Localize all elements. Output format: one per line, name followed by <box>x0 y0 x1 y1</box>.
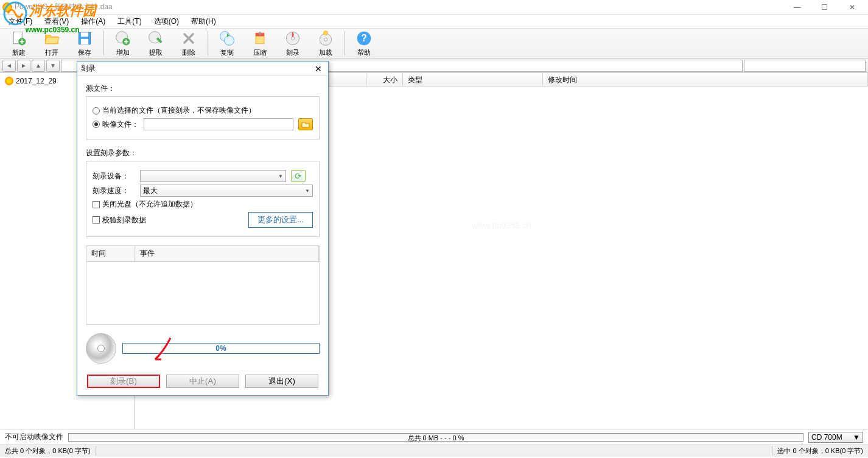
nav-forward-button[interactable]: ► <box>17 60 30 72</box>
svg-rect-4 <box>81 32 88 37</box>
checkbox-icon <box>93 216 100 224</box>
new-button[interactable]: 新建 <box>4 29 34 58</box>
search-input[interactable] <box>744 60 866 72</box>
chevron-down-icon: ▼ <box>278 174 283 179</box>
mount-icon <box>317 30 334 47</box>
svg-rect-5 <box>81 38 88 44</box>
status-left: 总共 0 个对象，0 KB(0 字节) <box>0 446 96 456</box>
device-combo[interactable]: ▼ <box>140 170 286 182</box>
delete-button[interactable]: 删除 <box>173 29 204 58</box>
progress-text: 0% <box>123 344 319 353</box>
nav-up-button[interactable]: ▲ <box>32 60 45 72</box>
log-col-time[interactable]: 时间 <box>86 246 135 261</box>
menu-view[interactable]: 查看(V) <box>38 15 75 28</box>
capacity-text: 总共 0 MB - - - 0 % <box>69 434 803 443</box>
faint-watermark: www.pc0359.cn <box>472 220 531 230</box>
burn-dialog: 刻录 ✕ 源文件： 当前选择的文件（直接刻录，不保存映像文件） 映像文件： <box>77 61 329 396</box>
refresh-button[interactable]: ⟳ <box>291 170 306 182</box>
help-icon: ? <box>355 30 373 47</box>
menu-options[interactable]: 选项(O) <box>148 15 185 28</box>
open-button[interactable]: 打开 <box>37 29 67 58</box>
extract-button[interactable]: 提取 <box>141 29 171 58</box>
compress-icon <box>251 30 268 47</box>
compress-button[interactable]: 压缩 <box>245 29 275 58</box>
statusbar: 总共 0 个对象，0 KB(0 字节) 选中 0 个对象，0 KB(0 字节) <box>0 445 868 457</box>
menu-action[interactable]: 操作(A) <box>75 15 111 28</box>
progress-row: 0% <box>86 333 320 364</box>
capacity-bar: 不可启动映像文件 总共 0 MB - - - 0 % CD 700M ▼ <box>0 429 868 445</box>
speed-combo[interactable]: 最大 ▼ <box>140 185 313 197</box>
source-label: 源文件： <box>86 83 320 94</box>
dialog-close-button[interactable]: ✕ <box>312 63 324 74</box>
status-right: 选中 0 个对象，0 KB(0 字节) <box>772 446 868 456</box>
close-disc-checkbox[interactable]: 关闭光盘（不允许追加数据） <box>93 199 197 210</box>
browse-button[interactable] <box>298 118 313 130</box>
source-group: 当前选择的文件（直接刻录，不保存映像文件） 映像文件： <box>86 96 320 139</box>
nav-dropdown-button[interactable]: ▼ <box>46 60 60 72</box>
exit-button[interactable]: 退出(X) <box>245 375 318 388</box>
radio-icon <box>93 107 100 114</box>
speed-label: 刻录速度： <box>93 186 135 196</box>
disc-icon <box>5 77 13 85</box>
add-icon <box>114 30 131 47</box>
burn-icon <box>284 30 301 47</box>
svg-point-10 <box>225 35 234 45</box>
checkbox-icon <box>93 201 100 208</box>
window-title: PowerISO - 新建映像文件.daa <box>15 2 783 12</box>
menubar: 文件(F) 查看(V) 操作(A) 工具(T) 选项(O) 帮助(H) <box>0 15 868 28</box>
chevron-down-icon: ▼ <box>305 188 310 194</box>
dialog-buttons: 刻录(B) 中止(A) 退出(X) <box>86 375 320 388</box>
copy-button[interactable]: 复制 <box>212 29 242 58</box>
more-settings-button[interactable]: 更多的设置... <box>248 212 313 228</box>
copy-icon <box>219 30 236 47</box>
params-label: 设置刻录参数： <box>86 148 320 158</box>
tree-label: 2017_12_29 <box>16 77 57 85</box>
mount-button[interactable]: 加载 <box>310 29 341 58</box>
col-date[interactable]: 修改时间 <box>543 73 868 86</box>
refresh-icon: ⟳ <box>295 171 302 181</box>
dialog-title-text: 刻录 <box>81 63 96 74</box>
titlebar: PowerISO - 新建映像文件.daa — ☐ ✕ <box>0 0 868 15</box>
dialog-titlebar[interactable]: 刻录 ✕ <box>77 62 328 76</box>
device-label: 刻录设备： <box>93 171 135 181</box>
svg-point-16 <box>324 38 327 41</box>
capacity-select[interactable]: CD 700M ▼ <box>808 432 863 443</box>
nav-back-button[interactable]: ◄ <box>2 60 16 72</box>
save-button[interactable]: 保存 <box>69 29 100 58</box>
maximize-button[interactable]: ☐ <box>811 0 838 15</box>
new-icon <box>10 30 27 47</box>
delete-icon <box>180 30 197 47</box>
capacity-label: 不可启动映像文件 <box>5 432 63 442</box>
menu-help[interactable]: 帮助(H) <box>185 15 222 28</box>
minimize-button[interactable]: — <box>783 0 811 15</box>
burn-action-button[interactable]: 刻录(B) <box>87 375 160 388</box>
menu-tools[interactable]: 工具(T) <box>111 15 147 28</box>
image-path-input[interactable] <box>144 118 293 130</box>
toolbar-separator <box>345 31 345 55</box>
toolbar-separator <box>103 31 104 55</box>
app-icon <box>2 2 12 12</box>
verify-checkbox[interactable]: 校验刻录数据 <box>93 215 146 225</box>
progress-bar: 0% <box>122 343 320 354</box>
params-group: 刻录设备： ▼ ⟳ 刻录速度： 最大 ▼ 关闭光盘（不允许追加数据） <box>86 161 320 237</box>
radio-selected-files[interactable]: 当前选择的文件（直接刻录，不保存映像文件） <box>93 105 256 116</box>
disc-icon <box>86 333 116 364</box>
radio-icon <box>93 121 100 128</box>
toolbar-separator <box>208 31 208 55</box>
capacity-track: 总共 0 MB - - - 0 % <box>68 433 803 442</box>
close-button[interactable]: ✕ <box>838 0 866 15</box>
log-col-event[interactable]: 事件 <box>135 246 319 261</box>
add-button[interactable]: 增加 <box>108 29 138 58</box>
chevron-down-icon: ▼ <box>853 433 860 442</box>
radio-image-file[interactable]: 映像文件： <box>93 119 139 130</box>
help-button[interactable]: ? 帮助 <box>349 29 379 58</box>
save-icon <box>76 30 93 47</box>
extract-icon <box>147 30 164 47</box>
col-size[interactable]: 大小 <box>366 73 403 86</box>
menu-file[interactable]: 文件(F) <box>2 15 38 28</box>
burn-button[interactable]: 刻录 <box>278 29 308 58</box>
log-table: 时间 事件 <box>86 245 320 325</box>
stop-button[interactable]: 中止(A) <box>166 375 239 388</box>
toolbar: 新建 打开 保存 增加 提取 删除 复制 压缩 刻录 加载 ? 帮助 <box>0 28 868 58</box>
col-type[interactable]: 类型 <box>403 73 543 86</box>
